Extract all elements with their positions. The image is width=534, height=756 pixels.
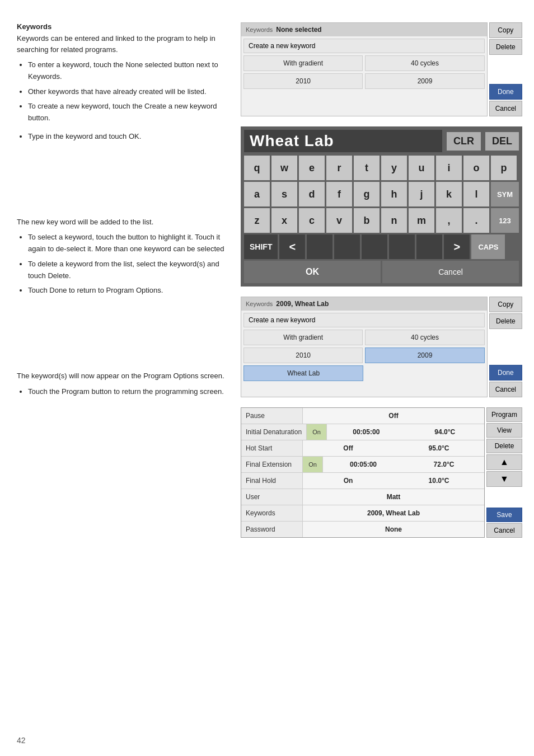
prog-value-hot-start-v1[interactable]: Off xyxy=(303,440,394,456)
kb-cancel-button[interactable]: Cancel xyxy=(382,261,519,283)
key-m[interactable]: m xyxy=(409,208,434,233)
panel2-header: Keywords 2009, Wheat Lab xyxy=(241,297,487,311)
cancel-btn-2[interactable]: Cancel xyxy=(489,382,522,397)
prog-btn-delete[interactable]: Delete xyxy=(486,439,522,453)
keyword-item-2010[interactable]: 2010 xyxy=(243,73,363,89)
prog-btn-program[interactable]: Program xyxy=(486,407,522,422)
keyboard-title-row: Wheat Lab CLR DEL xyxy=(244,130,519,152)
key-v[interactable]: v xyxy=(326,208,352,233)
key-comma[interactable]: , xyxy=(436,208,462,233)
key-n[interactable]: n xyxy=(381,208,407,233)
p2-keyword-2010[interactable]: 2010 xyxy=(243,348,363,363)
key-b[interactable]: b xyxy=(354,208,380,233)
key-x[interactable]: x xyxy=(271,208,297,233)
prog-value-final-ext-time[interactable]: 00:05:00 xyxy=(323,457,404,472)
key-t[interactable]: t xyxy=(354,156,380,180)
key-123[interactable]: 123 xyxy=(491,208,519,233)
key-a[interactable]: a xyxy=(244,182,270,206)
keywords-bullets-1: To enter a keyword, touch the None selec… xyxy=(17,59,229,124)
keyword-item-2009[interactable]: 2009 xyxy=(365,73,484,89)
prog-value-user[interactable]: Matt xyxy=(303,489,484,505)
key-e[interactable]: e xyxy=(299,156,325,180)
key-u[interactable]: u xyxy=(409,156,434,180)
key-gt[interactable]: > xyxy=(444,234,470,259)
key-g[interactable]: g xyxy=(354,182,380,206)
prog-panel-sidebar: Program View Delete ▲ ▼ Save Cancel xyxy=(486,407,522,538)
key-d[interactable]: d xyxy=(299,182,325,206)
key-caps[interactable]: CAPS xyxy=(471,234,505,259)
prog-value-final-hold-temp[interactable]: 10.0°C xyxy=(394,473,484,489)
prog-row-hot-start: Hot Start Off 95.0°C xyxy=(241,440,484,457)
p2-keyword-with-gradient[interactable]: With gradient xyxy=(243,330,363,345)
prog-value-password[interactable]: None xyxy=(303,522,484,537)
create-keyword-btn-1[interactable]: Create a new keyword xyxy=(243,39,485,53)
copy-btn-1[interactable]: Copy xyxy=(489,22,522,38)
done-btn-1[interactable]: Done xyxy=(489,84,522,100)
prog-value-keywords[interactable]: 2009, Wheat Lab xyxy=(303,505,484,521)
delete-btn-1[interactable]: Delete xyxy=(489,39,522,55)
key-space-5[interactable] xyxy=(416,234,442,259)
key-space-1[interactable] xyxy=(307,234,332,259)
keyword-item-with-gradient[interactable]: With gradient xyxy=(243,55,363,71)
prog-btn-save[interactable]: Save xyxy=(486,508,522,522)
key-f[interactable]: f xyxy=(326,182,352,206)
del-button[interactable]: DEL xyxy=(485,132,519,151)
key-i[interactable]: i xyxy=(436,156,462,180)
create-keyword-btn-2[interactable]: Create a new keyword xyxy=(243,313,485,327)
key-j[interactable]: j xyxy=(409,182,434,206)
key-space-4[interactable] xyxy=(389,234,415,259)
prog-row-final-hold: Final Hold On 10.0°C xyxy=(241,473,484,489)
keywords-appear-text: The keyword(s) will now appear on the Pr… xyxy=(17,370,229,382)
prog-value-hot-start-temp[interactable]: 95.0°C xyxy=(394,440,484,456)
panel1-value[interactable]: None selected xyxy=(276,26,321,34)
key-o[interactable]: o xyxy=(463,156,489,180)
key-period[interactable]: . xyxy=(463,208,489,233)
prog-bullet-1: Touch the Program button to return the p… xyxy=(28,386,229,398)
p2-keyword-wheat-lab[interactable]: Wheat Lab xyxy=(243,365,363,381)
clr-button[interactable]: CLR xyxy=(447,132,481,151)
key-lt[interactable]: < xyxy=(279,234,305,259)
prog-btn-up[interactable]: ▲ xyxy=(486,454,522,470)
key-l[interactable]: l xyxy=(463,182,489,206)
key-y[interactable]: y xyxy=(381,156,407,180)
keyword-item-40cycles[interactable]: 40 cycles xyxy=(365,55,484,71)
keyboard-panel: Wheat Lab CLR DEL q w e r t y u i o p a … xyxy=(241,126,522,287)
prog-value-final-hold-on[interactable]: On xyxy=(303,473,394,489)
key-p[interactable]: p xyxy=(491,156,517,180)
prog-label-hot-start: Hot Start xyxy=(241,440,303,456)
done-btn-2[interactable]: Done xyxy=(489,365,522,381)
prog-label-keywords: Keywords xyxy=(241,505,303,521)
prog-btn-cancel[interactable]: Cancel xyxy=(486,523,522,538)
copy-btn-2[interactable]: Copy xyxy=(489,297,522,312)
cancel-btn-1[interactable]: Cancel xyxy=(489,101,522,116)
panel2-value[interactable]: 2009, Wheat Lab xyxy=(276,300,329,308)
panel1-sidebar: Copy Delete Done Cancel xyxy=(489,22,522,116)
kb-ok-button[interactable]: OK xyxy=(244,261,381,283)
kb-row-1: q w e r t y u i o p xyxy=(244,156,519,180)
key-h[interactable]: h xyxy=(381,182,407,206)
kb-row-4: SHIFT < > CAPS xyxy=(244,234,519,259)
key-w[interactable]: w xyxy=(271,156,297,180)
prog-row-pause: Pause Off xyxy=(241,408,484,424)
prog-label-pause: Pause xyxy=(241,408,303,424)
key-c[interactable]: c xyxy=(299,208,325,233)
prog-btn-view[interactable]: View xyxy=(486,423,522,438)
key-r[interactable]: r xyxy=(326,156,352,180)
key-k[interactable]: k xyxy=(436,182,462,206)
key-sym[interactable]: SYM xyxy=(491,182,519,206)
bullet-2: Other keywords that have already created… xyxy=(28,86,229,98)
panel2-label: Keywords xyxy=(246,300,273,307)
delete-btn-2[interactable]: Delete xyxy=(489,313,522,329)
key-q[interactable]: q xyxy=(244,156,270,180)
key-shift[interactable]: SHIFT xyxy=(244,234,278,259)
prog-value-init-denat-time[interactable]: 00:05:00 xyxy=(327,424,405,440)
key-z[interactable]: z xyxy=(244,208,270,233)
prog-value-final-ext-temp[interactable]: 72.0°C xyxy=(404,457,484,472)
key-space-3[interactable] xyxy=(362,234,387,259)
prog-btn-down[interactable]: ▼ xyxy=(486,471,522,487)
p2-keyword-40cycles[interactable]: 40 cycles xyxy=(365,330,484,345)
key-s[interactable]: s xyxy=(271,182,297,206)
key-space-2[interactable] xyxy=(334,234,360,259)
prog-value-init-denat-temp[interactable]: 94.0°C xyxy=(406,424,484,440)
p2-keyword-2009[interactable]: 2009 xyxy=(365,348,484,363)
